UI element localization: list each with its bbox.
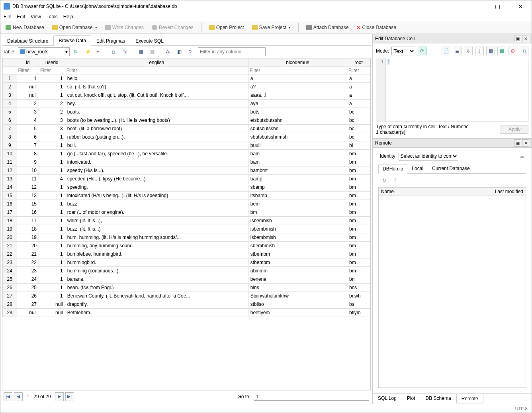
- cell-english[interactable]: cut out, knock off!, quit, stop. (lit. C…: [65, 91, 248, 100]
- minimize-button[interactable]: —: [466, 1, 482, 12]
- table-row[interactable]: 17161roar (...of motor or engine).bmbm: [3, 208, 370, 217]
- cell-english[interactable]: buzz.: [65, 200, 248, 208]
- cell-nicodemus[interactable]: sbamp: [248, 183, 347, 192]
- table-row[interactable]: 3null1cut out, knock off!, quit, stop. (…: [3, 91, 370, 100]
- close-panel-icon[interactable]: ✕: [522, 35, 529, 42]
- cell-english[interactable]: rubber boots (putting on...).: [65, 133, 248, 141]
- edit-tool-4[interactable]: ⇧: [475, 47, 484, 55]
- row-number[interactable]: 15: [3, 192, 17, 200]
- cell-userid[interactable]: 1: [39, 200, 65, 208]
- cell-english[interactable]: roar (...of motor or engine).: [65, 208, 248, 217]
- cell-nicodemus[interactable]: bambmt: [248, 166, 347, 175]
- menu-help[interactable]: Help: [63, 14, 73, 20]
- cell-root[interactable]: bn: [347, 275, 370, 284]
- cell-userid[interactable]: 1: [39, 158, 65, 166]
- cell-root[interactable]: bm: [347, 208, 370, 217]
- table-row[interactable]: 25241banana.benenebn: [3, 275, 370, 284]
- cell-nicodemus[interactable]: bam: [248, 158, 347, 166]
- row-number[interactable]: 11: [3, 158, 17, 166]
- cell-nicodemus[interactable]: sbutsbutsshn: [248, 125, 347, 133]
- cell-nicodemus[interactable]: etsbutsbutsshn: [248, 116, 347, 125]
- table-row[interactable]: 19181buzz. (lit. It is...)isbembmishbm: [3, 225, 370, 233]
- cell-id[interactable]: 13: [17, 192, 39, 200]
- filter-id[interactable]: [18, 68, 37, 73]
- table-row[interactable]: 12101speedy (H/s is...).bambmtbm: [3, 166, 370, 175]
- cell-id[interactable]: 27: [17, 300, 39, 309]
- cell-id[interactable]: null: [17, 309, 39, 317]
- goto-input[interactable]: [254, 393, 369, 401]
- cell-nicodemus[interactable]: Sbiinwahulumkhw: [248, 292, 347, 300]
- cell-root[interactable]: bm: [347, 200, 370, 208]
- cell-english[interactable]: humming, any humming sound.: [65, 242, 248, 250]
- table-row[interactable]: 2null1so. (lit. Is that so?),a?a: [3, 83, 370, 91]
- print-button[interactable]: ⎙: [110, 47, 119, 56]
- cell-root[interactable]: a: [347, 100, 370, 108]
- cell-id[interactable]: null: [17, 91, 39, 100]
- cell-id[interactable]: 4: [17, 116, 39, 125]
- cell-root[interactable]: bm: [347, 175, 370, 183]
- cell-english[interactable]: hello.: [65, 74, 248, 83]
- table-row[interactable]: 13114speeded (He...), tipsy (He became..…: [3, 175, 370, 183]
- cell-userid[interactable]: 1: [39, 258, 65, 267]
- cell-userid[interactable]: 1: [39, 267, 65, 275]
- col-nicodemus[interactable]: nicodemus: [248, 59, 347, 67]
- cell-nicodemus[interactable]: aaaa...!: [248, 91, 347, 100]
- edit-tool-7[interactable]: ∅: [509, 47, 517, 55]
- tool-b-button[interactable]: ◧: [176, 47, 184, 56]
- col-userid[interactable]: userid: [39, 59, 65, 67]
- cell-nicodemus[interactable]: aye: [248, 100, 347, 108]
- remote-tab-dbhub[interactable]: DBHub.io: [378, 164, 407, 174]
- row-number[interactable]: 2: [3, 83, 17, 91]
- cell-root[interactable]: bc: [347, 116, 370, 125]
- cell-userid[interactable]: 1: [39, 208, 65, 217]
- cell-nicodemus[interactable]: bins: [248, 284, 347, 292]
- cell-userid[interactable]: 1: [39, 250, 65, 258]
- cell-id[interactable]: 7: [17, 141, 39, 150]
- cell-id[interactable]: 18: [17, 225, 39, 233]
- cell-root[interactable]: bm: [347, 158, 370, 166]
- cell-nicodemus[interactable]: sbutsbutsshnmsh: [248, 133, 347, 141]
- btab-plot[interactable]: Plot: [402, 394, 421, 403]
- row-number[interactable]: 16: [3, 200, 17, 208]
- editor-content[interactable]: 1: [386, 58, 528, 121]
- cell-userid[interactable]: null: [39, 300, 65, 309]
- table-row[interactable]: 861rubber boots (putting on...).sbutsbut…: [3, 133, 370, 141]
- toolbar-open-project[interactable]: Open Project: [206, 23, 247, 32]
- table-row[interactable]: 20191hum, humming. (lit. H/s is making h…: [3, 233, 370, 242]
- edit-tool-3[interactable]: ⇩: [464, 47, 473, 55]
- row-number[interactable]: 29: [3, 309, 17, 317]
- cell-root[interactable]: a: [347, 74, 370, 83]
- cell-id[interactable]: 6: [17, 133, 39, 141]
- filter-nicodemus[interactable]: [250, 68, 346, 73]
- cell-id[interactable]: 20: [17, 242, 39, 250]
- cell-root[interactable]: bm: [347, 233, 370, 242]
- cell-root[interactable]: bm: [347, 150, 370, 158]
- cell-english[interactable]: buzz. (lit. It is...): [65, 225, 248, 233]
- row-number[interactable]: 6: [3, 116, 17, 125]
- row-number[interactable]: 4: [3, 100, 17, 108]
- row-number[interactable]: 23: [3, 258, 17, 267]
- row-number[interactable]: 10: [3, 150, 17, 158]
- tab-database-structure[interactable]: Database Structure: [2, 36, 53, 46]
- row-number[interactable]: 8: [3, 133, 17, 141]
- row-number[interactable]: 17: [3, 208, 17, 217]
- cell-userid[interactable]: 2: [39, 100, 65, 108]
- cell-nicodemus[interactable]: isbembmish: [248, 225, 347, 233]
- mode-select[interactable]: Text: [391, 47, 415, 55]
- cell-nicodemus[interactable]: beetlyem: [248, 309, 347, 317]
- cell-english[interactable]: bumblebee, hummingbird.: [65, 250, 248, 258]
- edit-tool-1[interactable]: 📄: [442, 47, 450, 55]
- table-row[interactable]: 643boots (to be wearing...). (lit. He is…: [3, 116, 370, 125]
- tab-execute-sql[interactable]: Execute SQL: [130, 36, 169, 46]
- row-number[interactable]: 20: [3, 233, 17, 242]
- row-number[interactable]: 18: [3, 217, 17, 225]
- row-number[interactable]: 1: [3, 74, 17, 83]
- close-button[interactable]: ✕: [512, 1, 528, 12]
- filter-any-input[interactable]: [198, 47, 266, 56]
- table-row[interactable]: 422hey.ayea: [3, 100, 370, 108]
- cell-root[interactable]: bc: [347, 133, 370, 141]
- cell-userid[interactable]: 1: [39, 242, 65, 250]
- cell-root[interactable]: bns: [347, 284, 370, 292]
- cell-id[interactable]: null: [17, 83, 39, 91]
- cloud-icon[interactable]: ☁: [520, 153, 524, 159]
